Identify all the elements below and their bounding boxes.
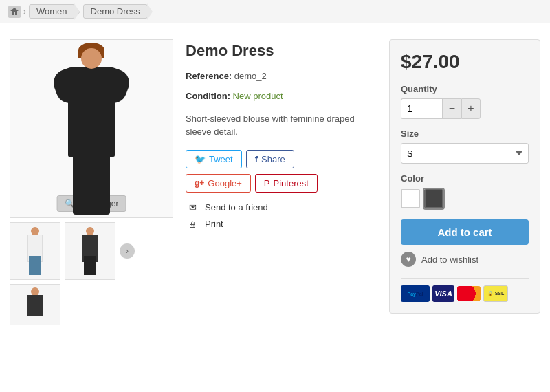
product-price: $27.00 [401, 51, 529, 73]
thumbnail-next-button[interactable]: › [120, 243, 135, 259]
breadcrumb-demo-dress[interactable]: Demo Dress [83, 4, 148, 19]
main-content: 🔍 View larger › [0, 32, 550, 332]
heart-icon: ♥ [401, 252, 416, 267]
quantity-increase-button[interactable]: + [461, 98, 481, 119]
main-product-image: 🔍 View larger [10, 39, 173, 218]
quantity-decrease-button[interactable]: − [442, 98, 461, 119]
googleplus-icon: g+ [195, 178, 204, 188]
send-to-friend-label: Send to a friend [205, 202, 268, 213]
payment-icons: PayPal VISA 🔒 SSL [401, 278, 529, 302]
thumbnail-row-2 [10, 284, 175, 325]
product-condition: Condition: New product [186, 89, 378, 104]
thumbnail-2[interactable] [65, 222, 116, 280]
email-icon: ✉ [186, 202, 199, 213]
quantity-row: − + [401, 98, 529, 119]
pinterest-label: Pinterest [274, 178, 309, 188]
pinterest-icon: P [264, 178, 270, 188]
googleplus-button[interactable]: g+ Google+ [186, 174, 251, 193]
reference-label: Reference: [186, 71, 232, 81]
breadcrumb: › Women › Demo Dress [0, 0, 550, 23]
breadcrumb-women[interactable]: Women [29, 4, 75, 19]
mastercard-icon [457, 286, 481, 301]
print-label: Print [205, 219, 223, 229]
color-swatches [401, 189, 529, 208]
reference-value: demo_2 [234, 71, 267, 81]
social-buttons: 🐦 Tweet f Share [186, 150, 378, 168]
color-swatch-black[interactable] [424, 189, 443, 208]
product-details: Demo Dress Reference: demo_2 Condition: … [186, 39, 378, 325]
facebook-icon: f [255, 154, 258, 164]
googleplus-label: Google+ [208, 178, 242, 188]
home-icon[interactable] [8, 6, 21, 18]
size-label: Size [401, 129, 529, 139]
price-panel: $27.00 Quantity − + Size S XS M L XL Col… [389, 39, 540, 314]
tweet-label: Tweet [209, 154, 233, 164]
size-select[interactable]: S XS M L XL [401, 143, 529, 164]
product-description: Short-sleeved blouse with feminine drape… [186, 112, 378, 139]
action-links: ✉ Send to a friend 🖨 Print [186, 199, 378, 232]
add-to-cart-button[interactable]: Add to cart [401, 219, 529, 245]
color-label: Color [401, 173, 529, 184]
color-swatch-white[interactable] [401, 189, 420, 208]
condition-value: New product [233, 91, 283, 101]
tweet-button[interactable]: 🐦 Tweet [186, 150, 242, 168]
paypal-icon: PayPal [401, 285, 430, 302]
breadcrumb-separator: › [23, 7, 26, 17]
send-to-friend-link[interactable]: ✉ Send to a friend [186, 199, 378, 216]
product-reference: Reference: demo_2 [186, 69, 378, 84]
add-to-wishlist-row[interactable]: ♥ Add to wishlist [401, 252, 529, 267]
print-link[interactable]: 🖨 Print [186, 216, 378, 232]
share-label: Share [261, 154, 285, 164]
ssl-icon: 🔒 SSL [483, 285, 508, 302]
condition-label: Condition: [186, 91, 230, 101]
thumbnail-3[interactable] [10, 284, 60, 325]
divider [0, 28, 550, 28]
visa-icon: VISA [432, 285, 454, 302]
image-section: 🔍 View larger › [10, 39, 175, 325]
quantity-input[interactable] [401, 98, 442, 119]
quantity-label: Quantity [401, 84, 529, 94]
pinterest-button[interactable]: P Pinterest [255, 174, 318, 193]
share-button[interactable]: f Share [246, 150, 294, 168]
thumbnail-row-1: › [10, 222, 175, 280]
print-icon: 🖨 [186, 219, 199, 230]
product-title: Demo Dress [186, 42, 378, 60]
twitter-icon: 🐦 [195, 154, 206, 164]
add-to-wishlist-label: Add to wishlist [421, 254, 478, 265]
thumbnail-1[interactable] [10, 222, 60, 280]
social-buttons-row2: g+ Google+ P Pinterest [186, 174, 378, 193]
